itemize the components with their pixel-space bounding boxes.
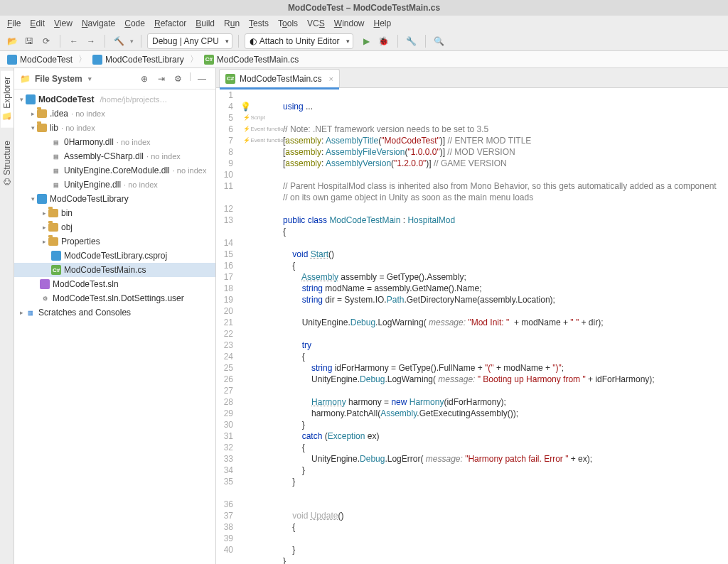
menu-view[interactable]: View: [50, 17, 77, 30]
tree-item-library[interactable]: ▾ ModCodeTestLibrary: [14, 192, 215, 206]
editor-area: ModCodeTestMain.cs × 1456789101112131415…: [216, 68, 728, 564]
crumb-file[interactable]: ModCodeTestMain.cs: [201, 54, 301, 65]
file-tree: ▾ ModCodeTest /home/jb/projects/workspac…: [14, 90, 215, 564]
tree-item-properties[interactable]: ▸ Properties: [14, 234, 215, 249]
settings-icon[interactable]: 🔧: [404, 33, 419, 49]
structure-icon: ⌬: [2, 178, 12, 185]
menu-tools[interactable]: Tools: [274, 17, 302, 30]
run-icon[interactable]: ▶: [359, 33, 375, 49]
tree-root-modcodetest[interactable]: ▾ ModCodeTest /home/jb/projects/workspac…: [14, 92, 215, 107]
folder-icon: [37, 109, 47, 118]
open-file-icon[interactable]: 📂: [4, 33, 20, 49]
back-icon[interactable]: ←: [66, 33, 82, 49]
run-config-label: Debug | Any CPU: [152, 36, 219, 46]
menu-run[interactable]: Run: [220, 17, 244, 30]
tree-item-harmony-dll[interactable]: ▤ 0Harmony.dll · no index: [14, 135, 215, 149]
tree-item-scratches[interactable]: ▸ ▥ Scratches and Consoles: [14, 305, 215, 320]
dll-icon: ▤: [51, 137, 61, 147]
tree-item-main-cs[interactable]: ModCodeTestMain.cs: [14, 263, 215, 277]
code-content[interactable]: using ... // Note: .NET framework versio…: [279, 88, 728, 564]
line-number-gutter: 1456789101112131415161718192021222324252…: [216, 88, 239, 564]
menu-edit[interactable]: Edit: [26, 17, 49, 30]
dll-icon: ▤: [51, 180, 61, 190]
editor-tab-bar: ModCodeTestMain.cs ×: [216, 68, 728, 88]
module-icon: [26, 94, 36, 104]
folder-icon: [48, 237, 58, 246]
close-icon[interactable]: ×: [328, 75, 333, 83]
tree-item-lib[interactable]: ▾ lib · no index: [14, 121, 215, 135]
editor-tab-label: ModCodeTestMain.cs: [240, 74, 321, 84]
reload-icon[interactable]: ⟳: [38, 33, 54, 49]
attach-configuration-select[interactable]: ◐ Attach to Unity Editor: [245, 33, 353, 49]
expand-icon[interactable]: ▾: [28, 195, 37, 202]
toolbar-separator: [105, 35, 105, 48]
expand-icon[interactable]: ▸: [40, 238, 48, 245]
menu-vcs[interactable]: VCS: [303, 17, 329, 30]
menu-help[interactable]: Help: [369, 17, 395, 30]
dll-icon: ▤: [51, 151, 61, 161]
unity-icon: ◐: [250, 36, 257, 46]
build-dropdown-icon[interactable]: ▾: [128, 33, 135, 49]
menu-build[interactable]: Build: [191, 17, 219, 30]
tree-item-idea[interactable]: ▸ .idea · no index: [14, 107, 215, 121]
expand-icon[interactable]: ▸: [28, 110, 37, 117]
crumb-modcodetest[interactable]: ModCodeTest: [4, 54, 75, 65]
crumb-label: ModCodeTest: [20, 55, 73, 65]
tree-item-csproj[interactable]: ModCodeTestLibrary.csproj: [14, 249, 215, 263]
explorer-icon: 📁: [2, 112, 12, 122]
crumb-separator: 〉: [78, 53, 87, 65]
tree-item-dotsettings[interactable]: ⚙ ModCodeTest.sln.DotSettings.user: [14, 291, 215, 305]
tool-window-tabs: 📁 Explorer ⌬ Structure: [0, 68, 14, 564]
main-menu-bar: File Edit View Navigate Code Refactor Bu…: [0, 16, 728, 31]
csharp-icon: [204, 55, 214, 65]
debug-icon[interactable]: 🐞: [376, 33, 392, 49]
module-icon: [92, 55, 102, 65]
expand-icon[interactable]: ▸: [17, 309, 26, 316]
gear-icon[interactable]: ⚙: [171, 71, 186, 87]
breadcrumbs: ModCodeTest 〉 ModCodeTestLibrary 〉 ModCo…: [0, 51, 728, 68]
csharp-icon: [51, 265, 61, 275]
toolbar-separator: [60, 35, 60, 48]
tree-item-unity-engine-dll[interactable]: ▤ UnityEngine.dll · no index: [14, 178, 215, 192]
build-icon[interactable]: 🔨: [111, 33, 127, 49]
expand-icon[interactable]: ▸: [40, 210, 48, 217]
explorer-mode-select[interactable]: 📁 File System ▾: [20, 74, 132, 84]
menu-navigate[interactable]: Navigate: [77, 17, 119, 30]
tree-item-obj[interactable]: ▸ obj: [14, 220, 215, 234]
menu-code[interactable]: Code: [120, 17, 149, 30]
menu-refactor[interactable]: Refactor: [150, 17, 191, 30]
tab-structure[interactable]: ⌬ Structure: [1, 135, 14, 191]
save-all-icon[interactable]: 🖫: [21, 33, 37, 49]
attach-label: Attach to Unity Editor: [259, 36, 340, 46]
tree-item-sln[interactable]: ModCodeTest.sln: [14, 277, 215, 291]
code-editor[interactable]: 1456789101112131415161718192021222324252…: [216, 88, 728, 564]
expand-icon[interactable]: ▾: [28, 124, 37, 131]
menu-window[interactable]: Window: [330, 17, 369, 30]
module-icon: [7, 55, 17, 65]
folder-icon: 📁: [20, 74, 31, 84]
run-configuration-select[interactable]: Debug | Any CPU: [147, 33, 232, 49]
crumb-library[interactable]: ModCodeTestLibrary: [90, 54, 187, 65]
hide-icon[interactable]: —: [194, 71, 210, 87]
editor-tab-main[interactable]: ModCodeTestMain.cs ×: [219, 69, 340, 87]
toolbar-separator: [397, 35, 398, 48]
tab-explorer[interactable]: 📁 Explorer: [1, 71, 14, 128]
explorer-header: 📁 File System ▾ ⊕ ⇥ ⚙ | —: [14, 68, 215, 90]
search-icon[interactable]: 🔍: [432, 33, 447, 49]
inlay-gutter: 💡 ⚡Script ⚡Event function ⚡Event functio…: [239, 88, 279, 564]
expand-icon[interactable]: ▾: [17, 96, 26, 103]
tree-item-bin[interactable]: ▸ bin: [14, 206, 215, 220]
menu-tests[interactable]: Tests: [245, 17, 273, 30]
forward-icon[interactable]: →: [83, 33, 99, 49]
folder-icon: [48, 223, 58, 232]
menu-file[interactable]: File: [3, 17, 25, 30]
toolbar-separator: [238, 35, 239, 48]
tree-item-assembly-csharp-dll[interactable]: ▤ Assembly-CSharp.dll · no index: [14, 149, 215, 163]
expand-icon[interactable]: ▸: [40, 224, 48, 231]
locate-icon[interactable]: ⊕: [136, 71, 152, 87]
collapse-icon[interactable]: ⇥: [154, 71, 169, 87]
settings-file-icon: ⚙: [40, 293, 50, 303]
tree-item-unity-core-dll[interactable]: ▤ UnityEngine.CoreModule.dll · no index: [14, 163, 215, 178]
main-toolbar: 📂 🖫 ⟳ ← → 🔨 ▾ Debug | Any CPU ◐ Attach t…: [0, 31, 728, 51]
window-title-bar: ModCodeTest – ModCodeTestMain.cs: [0, 0, 728, 16]
